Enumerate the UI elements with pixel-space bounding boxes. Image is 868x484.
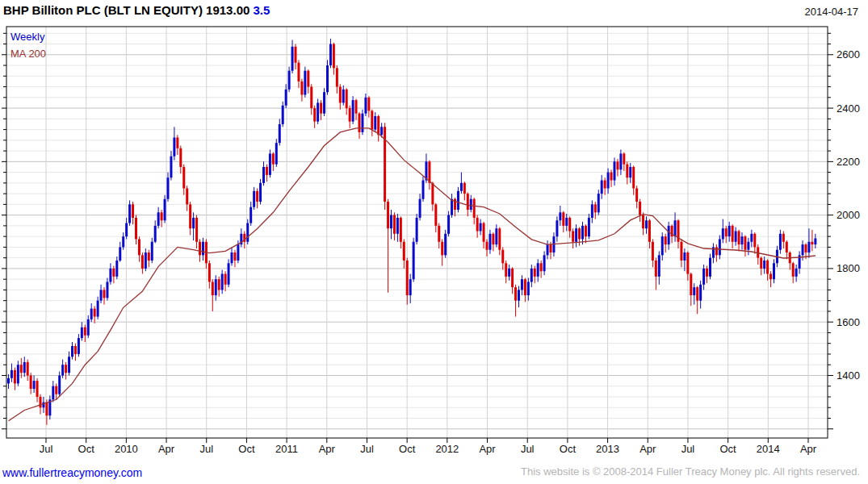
x-axis-label: Oct bbox=[720, 443, 737, 455]
x-axis-label: Apr bbox=[158, 443, 175, 455]
x-axis-label: Oct bbox=[78, 443, 95, 455]
x-axis-label: 2012 bbox=[435, 443, 459, 455]
x-axis-label: Oct bbox=[238, 443, 255, 455]
x-axis-label: Jul bbox=[360, 443, 374, 455]
x-axis-label: 2013 bbox=[596, 443, 619, 455]
price-chart[interactable]: JulOct2010AprJulOct2011AprJulOct2012AprJ… bbox=[0, 0, 868, 484]
legend-ma200-label: MA 200 bbox=[10, 45, 46, 62]
x-axis-label: 2011 bbox=[275, 443, 298, 455]
y-axis-label: 2400 bbox=[837, 102, 860, 115]
chart-legend: Weekly MA 200 bbox=[10, 28, 46, 62]
legend-weekly-label: Weekly bbox=[10, 28, 46, 45]
x-axis-label: Jul bbox=[199, 443, 213, 455]
y-axis-label: 2000 bbox=[837, 209, 860, 221]
y-axis-label: 1400 bbox=[837, 369, 860, 382]
x-axis-label: Apr bbox=[639, 443, 656, 455]
x-axis-label: Jul bbox=[521, 443, 535, 455]
x-axis-label: Oct bbox=[399, 443, 416, 455]
axis-labels: JulOct2010AprJulOct2011AprJulOct2012AprJ… bbox=[40, 48, 860, 455]
copyright-text: This website is © 2008-2014 Fuller Treac… bbox=[521, 465, 860, 478]
x-axis-label: Jul bbox=[681, 443, 695, 455]
y-axis-label: 2600 bbox=[837, 48, 860, 60]
fullertreacymoney-link[interactable]: www.fullertreacymoney.com bbox=[2, 466, 142, 479]
candles-layer bbox=[7, 39, 816, 425]
grid-vertical-lines bbox=[46, 27, 808, 438]
x-axis-label: Oct bbox=[560, 443, 577, 455]
y-axis-label: 1600 bbox=[837, 316, 860, 328]
x-axis-label: 2010 bbox=[115, 443, 138, 455]
x-axis-label: Apr bbox=[800, 443, 817, 455]
x-axis-label: Jul bbox=[40, 443, 53, 455]
y-axis-label: 2200 bbox=[837, 156, 860, 168]
x-axis-label: Apr bbox=[479, 443, 496, 455]
x-axis-label: 2014 bbox=[757, 443, 780, 455]
y-axis-label: 1800 bbox=[837, 262, 860, 274]
x-axis-label: Apr bbox=[319, 443, 336, 455]
